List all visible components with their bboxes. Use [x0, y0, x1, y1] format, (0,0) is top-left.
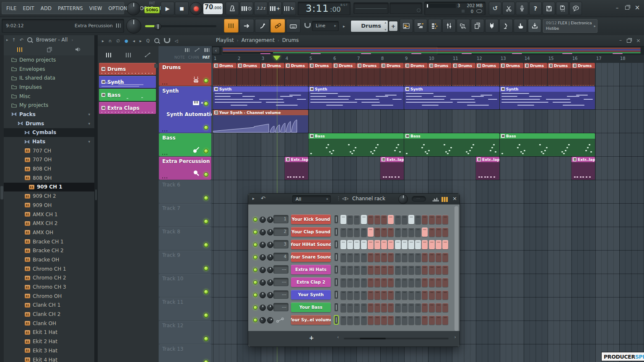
step-7-off[interactable] [381, 253, 387, 262]
channel-display[interactable]: --- [273, 290, 288, 299]
step-4-off[interactable] [361, 290, 367, 300]
clip-synth[interactable]: Synth [213, 86, 308, 109]
channel-enable-led[interactable] [253, 243, 257, 247]
step-14-off[interactable] [429, 303, 435, 312]
rack-scroll-left-icon[interactable]: ‹ [337, 334, 339, 340]
browser-item-impulses[interactable]: Impulses [4, 83, 94, 92]
wait-button[interactable] [240, 2, 253, 15]
step-8-off[interactable] [388, 290, 394, 300]
step-8-off[interactable] [388, 253, 394, 262]
step-7-off[interactable] [381, 303, 387, 312]
pattern-add-button[interactable]: + [389, 21, 398, 31]
step-9-on[interactable] [395, 240, 401, 249]
minimap-left-button[interactable]: ‹ [212, 47, 220, 54]
rack-swing-display[interactable]: ⋯ [412, 196, 426, 202]
browser-scrollbar-handle[interactable] [0, 186, 3, 199]
step-4-on[interactable] [361, 240, 367, 249]
save-button[interactable] [543, 2, 555, 15]
step-9-off[interactable] [395, 290, 401, 300]
step-11-on[interactable] [408, 215, 414, 224]
step-12-off[interactable] [415, 228, 421, 237]
step-6-off[interactable] [374, 290, 380, 300]
tempo-display[interactable]: 70 .000 [203, 3, 223, 15]
header-tab-patterns-icon[interactable] [205, 48, 209, 52]
browser-item-bracke-ch-1[interactable]: Bracke CH 1 [4, 237, 94, 246]
slip-edit-icon[interactable]: ∅ [116, 39, 120, 43]
channel-display[interactable]: --- [273, 303, 288, 311]
step-13-off[interactable] [422, 215, 428, 224]
snap-selector[interactable]: Line ▸ [312, 21, 339, 31]
step-5-off[interactable] [368, 290, 374, 300]
pl-arrow-icon[interactable]: ▸ [102, 39, 104, 43]
automation-mute-led[interactable] [204, 125, 208, 130]
oscilloscope-panel[interactable] [353, 3, 389, 14]
prev-marker-icon[interactable]: ◂ [133, 39, 135, 43]
slide-button[interactable] [255, 19, 270, 33]
channel-volume-knob[interactable] [267, 229, 273, 235]
browser-item-ekit-2-hat[interactable]: Ekit 2 Hat [4, 337, 94, 346]
step-7-off[interactable] [381, 278, 387, 287]
quantize-icon[interactable]: Q [146, 39, 150, 43]
expand-arrow-icon[interactable]: ▾ [88, 140, 90, 144]
browser-item-misc[interactable]: Misc [4, 92, 94, 101]
plugin-picker-button[interactable] [485, 19, 499, 33]
step-13-off[interactable] [422, 265, 428, 274]
clip-synth[interactable]: Synth [309, 86, 404, 109]
channel-button[interactable]: Your HiHat Sound [291, 240, 331, 249]
track-header-bass[interactable]: Bass [159, 133, 211, 156]
mixer-view-button[interactable] [442, 19, 456, 33]
step-16-off[interactable] [442, 215, 448, 224]
step-13-off[interactable] [422, 253, 428, 262]
record-blue-icon[interactable]: ● [125, 39, 128, 43]
step-4-on[interactable] [361, 215, 367, 224]
cut-tool-button[interactable] [502, 2, 515, 15]
loop-record-button[interactable]: ↻ [283, 2, 296, 15]
browser-item-ekit-1-hat[interactable]: Ekit 1 Hat [4, 328, 94, 337]
project-picker-button[interactable] [471, 19, 484, 33]
step-16-off[interactable] [442, 265, 448, 274]
step-13-off[interactable] [422, 303, 428, 312]
step-11-on[interactable] [408, 240, 414, 249]
browser-item-envelopes[interactable]: Envelopes [4, 65, 94, 74]
clip-automation[interactable]: Your Synth - Channel volume [213, 110, 308, 133]
track-header-synth[interactable]: Synth▴Synth Automation [159, 86, 211, 133]
step-4-off[interactable] [361, 315, 367, 325]
magnet-icon[interactable] [164, 38, 170, 43]
step-2-off[interactable] [347, 315, 353, 325]
news-panel[interactable]: 09/12 FLEX | Electronica by Histibe ▸ [543, 19, 597, 33]
channel-button[interactable]: Extra Hi Hats [291, 265, 331, 274]
step-5-off[interactable] [368, 265, 374, 274]
step-16-on[interactable] [442, 240, 448, 249]
step-16-off[interactable] [442, 278, 448, 287]
window-minimize-button[interactable]: – [613, 3, 621, 12]
channel-pan-knob[interactable] [260, 267, 266, 273]
step-15-off[interactable] [436, 315, 441, 325]
channel-button[interactable]: Your Clap Sound [291, 227, 331, 237]
step-15-off[interactable] [436, 265, 441, 274]
clip-drums[interactable]: Drums [309, 63, 332, 86]
browser-item-bracke-oh[interactable]: Bracke OH [4, 255, 94, 264]
channel-rack-titlebar[interactable]: ▸ ↶ All ▸ ⋮ ◁▷ Channel rack ⋯ × [248, 194, 460, 204]
step-9-off[interactable] [395, 278, 401, 287]
step-2-off[interactable] [347, 265, 353, 274]
panel-splitter[interactable] [94, 35, 98, 362]
step-10-off[interactable] [402, 278, 408, 287]
picker-pattern-extra-claps[interactable]: Extra Claps [99, 102, 156, 114]
track-header-track-7[interactable]: Track 7 [159, 204, 211, 227]
step-10-off[interactable] [402, 228, 408, 237]
channel-button[interactable]: Your Snare Sound [291, 252, 331, 262]
time-panel[interactable]: 3:11 :00 B:S:T [298, 2, 351, 15]
play-button[interactable]: ▶ [161, 2, 174, 15]
pat-label[interactable]: PAT [144, 2, 160, 5]
step-8-on[interactable] [388, 215, 394, 224]
rack-close-button[interactable]: × [452, 195, 457, 202]
channel-pan-knob[interactable] [260, 305, 266, 311]
browser-item-my-projects[interactable]: My projects [4, 101, 94, 110]
rack-keyboard-editor-icon[interactable] [441, 197, 448, 202]
clip-bass[interactable]: Bass [500, 133, 595, 156]
recording-options-button[interactable] [516, 2, 528, 15]
spinner-down-icon[interactable]: ▾ [384, 28, 386, 31]
step-3-off[interactable] [354, 265, 360, 274]
track-mute-led[interactable] [204, 172, 208, 177]
step-12-off[interactable] [415, 215, 421, 224]
